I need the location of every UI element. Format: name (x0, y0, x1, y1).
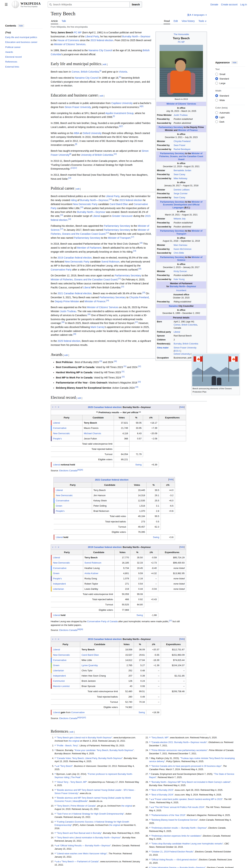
tab-view-history[interactable]: View history (181, 18, 195, 24)
toc-item[interactable]: References (5, 59, 42, 64)
wiki-link[interactable]: Capilano University (111, 102, 132, 104)
wiki-link[interactable]: Conservative Party of Canada (87, 620, 118, 623)
citation-link[interactable]: "Terry Beech | Prime Minister of Canada" (56, 805, 96, 807)
party-link[interactable]: Libertarian (53, 669, 64, 672)
wiki-link[interactable]: Liberal Party (85, 35, 99, 38)
wiki-link[interactable]: 2021 Canadian federal election (58, 292, 92, 295)
reference-link[interactable]: [27] (135, 321, 138, 323)
wiki-link[interactable]: Member of Parliament (77, 246, 101, 249)
wiki-link[interactable]: Parliamentary Secretary (160, 256, 185, 258)
wiki-link[interactable]: Parliamentary Secretary (160, 230, 185, 232)
reference-link[interactable]: [21] (118, 278, 121, 280)
wiki-link[interactable]: New Democratic Party (73, 203, 98, 206)
wiki-link[interactable]: Minister of Citizens' Services (87, 306, 118, 309)
wiki-link[interactable]: Oxford University (174, 353, 190, 355)
party-link[interactable]: New Democratic (53, 561, 70, 564)
citation-link[interactable]: "Terry Beech, MP" (151, 736, 169, 739)
reference-link[interactable]: [40][41][42] (77, 717, 86, 718)
edit-link[interactable]: edit (103, 63, 106, 66)
party-link[interactable]: New Democratic (56, 494, 73, 497)
citation-link[interactable]: "Official Voting Results — Burnaby North… (60, 844, 111, 847)
reference-link[interactable]: [25] (88, 313, 90, 315)
reference-link[interactable]: [2] (99, 70, 101, 72)
reference-link[interactable]: [24] (106, 300, 109, 302)
citation-link[interactable]: "About Terry - Terry Beech, MP" (56, 781, 87, 783)
wiki-link[interactable]: Marc Garneau (174, 244, 187, 246)
citation-link[interactable]: "Burnaby North—Seymour MP Terry Beech no… (151, 781, 231, 783)
tab-edit[interactable]: Edit (173, 18, 178, 24)
reference-link[interactable]: [32] (138, 366, 141, 368)
party-link[interactable]: People's (56, 510, 65, 512)
wiki-link[interactable]: Kate Young (174, 278, 185, 281)
citation-link[interactable]: "Best of Burnaby 2023" (151, 789, 174, 791)
wiki-link[interactable]: Minister of Finance (178, 129, 197, 131)
reference-link[interactable]: [17] (106, 232, 109, 234)
wiki-link[interactable]: Liberal (53, 711, 60, 714)
reference-link[interactable]: [14] (109, 198, 112, 200)
wiki-link[interactable]: 2019 Canadian federal election (58, 256, 92, 259)
wiki-link[interactable]: B.B.A. (174, 350, 180, 352)
citation-link[interactable]: "Task Force on A National Strategy for H… (56, 813, 124, 815)
wiki-link[interactable]: Serge Cormier (174, 192, 187, 195)
hide-link[interactable]: hide (180, 638, 184, 640)
citation-link[interactable]: "Prime Minister announces new parliament… (151, 749, 208, 751)
reference-link[interactable]: [26] (61, 321, 64, 323)
wiki-link[interactable]: Minister of Citizens' Services (166, 102, 196, 105)
appearance-option[interactable]: Light (215, 115, 245, 119)
edit-link[interactable]: edit (100, 95, 103, 97)
citation-link[interactable]: "The Hill Times' annual All Politics Pol… (154, 806, 205, 808)
wiki-link[interactable]: Nanaimo City Council (89, 49, 112, 52)
reference-link[interactable]: [37] (169, 620, 172, 621)
reference-link[interactable]: [31] (122, 371, 124, 373)
reference-link[interactable]: [23] (143, 292, 145, 293)
party-link[interactable]: Liberal (53, 422, 60, 424)
wiki-link[interactable]: Mike Kelloway (174, 177, 187, 180)
wiki-link[interactable]: Parliamentary Secretary (160, 201, 185, 203)
wiki-link[interactable]: Liberal (53, 463, 60, 466)
wiki-link[interactable]: Nanaimo (169, 305, 178, 307)
hide-link[interactable]: hide (180, 546, 184, 548)
citation-link[interactable]: "Tories drop Burnaby candidate Heather L… (151, 842, 223, 845)
wiki-link[interactable]: Justin Trudeau (174, 114, 188, 116)
header-link-create-account[interactable]: Create account (221, 3, 238, 6)
wiki-link[interactable]: Oxford University (83, 132, 101, 134)
wiki-link[interactable]: Liberal (93, 215, 100, 217)
toc-item[interactable]: Political career (5, 45, 42, 50)
candidate-link[interactable]: Michael Charrois (84, 432, 101, 435)
wiki-link[interactable]: Simon Fraser University (65, 106, 91, 108)
reference-link[interactable]: [19] (133, 250, 136, 252)
citation-link[interactable]: "Former professor to represent Burnaby N… (55, 773, 133, 779)
wiki-link[interactable]: Burnaby North—Seymour (80, 199, 108, 202)
reference-link[interactable]: [34] (135, 386, 138, 388)
wiki-link[interactable]: Conservative (71, 711, 85, 714)
swing-link[interactable]: Swing (135, 463, 142, 466)
reference-link[interactable]: [8] (75, 143, 77, 145)
toc-item[interactable]: Awards (5, 50, 42, 55)
wiki-link[interactable]: Burnaby North—Seymour (170, 285, 196, 288)
reference-link[interactable]: [31] (123, 366, 126, 368)
party-link[interactable]: Conservative (53, 427, 66, 429)
tab-talk[interactable]: Talk (61, 18, 66, 24)
reference-link[interactable]: [22] (121, 286, 124, 288)
edit-link[interactable]: edit (70, 731, 73, 733)
swing-link[interactable]: Swing (138, 711, 145, 714)
party-link[interactable]: Green (53, 572, 60, 575)
hide-link[interactable]: hide (169, 478, 173, 481)
wiki-link[interactable]: 2015 federal election (90, 39, 113, 42)
reference-link[interactable]: [33] (138, 381, 141, 383)
wiki-link[interactable]: Comox, British Columbia (174, 323, 197, 326)
citation-link[interactable]: "Preliminary election expenses limits fo… (151, 835, 201, 837)
reference-link[interactable]: [11][12] (71, 167, 77, 169)
wiki-link[interactable]: New Democratic Party (65, 260, 89, 263)
wiki-link[interactable]: Minister of Finance (85, 300, 105, 303)
wiki-link[interactable]: Liberal (53, 614, 60, 616)
reference-link[interactable]: [4][5] (139, 105, 144, 107)
citation-link[interactable]: "Terry Beech wins Liberal nomination in … (56, 836, 121, 839)
reference-link[interactable]: [16] (68, 218, 71, 220)
hide-link[interactable]: hide (180, 406, 184, 408)
appearance-option[interactable]: Small (215, 72, 245, 76)
wiki-link[interactable]: Bernadette Jordan (174, 169, 191, 172)
edit-link[interactable]: edit (76, 188, 80, 190)
citation-link[interactable]: "Liberal wave washes over Metro Vancouve… (56, 852, 107, 855)
reference-link[interactable]: [35][36] (77, 469, 83, 471)
